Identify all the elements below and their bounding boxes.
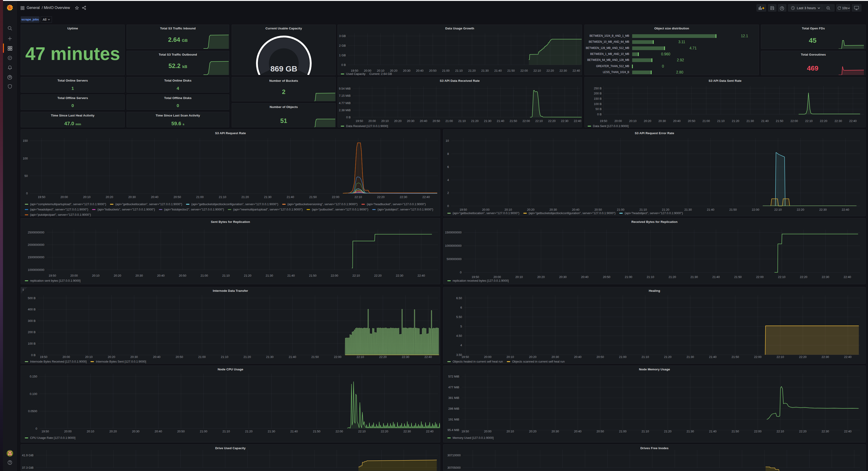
svg-text:21:50: 21:50 [509,119,517,123]
svg-text:21:00: 21:00 [703,119,710,123]
svg-text:21:20: 21:20 [662,208,670,211]
svg-text:21:50: 21:50 [732,355,739,359]
svg-text:3.50: 3.50 [456,353,462,357]
svg-text:20:40: 20:40 [155,430,162,433]
svg-text:50: 50 [25,174,28,178]
svg-text:21:20: 21:20 [245,430,253,433]
svg-text:20:30: 20:30 [135,274,143,277]
svg-text:21:30: 21:30 [266,355,274,359]
svg-text:20:40: 20:40 [574,355,582,359]
svg-text:21:00: 21:00 [619,355,627,359]
svg-text:20:30: 20:30 [128,195,136,199]
svg-text:0: 0 [26,192,28,195]
svg-text:21:00: 21:00 [619,430,627,433]
svg-text:3 GB: 3 GB [339,34,346,38]
svg-text:22:00: 22:00 [332,195,339,199]
svg-text:21:10: 21:10 [219,195,226,199]
svg-text:i: i [23,288,24,291]
svg-text:20:50: 20:50 [179,274,186,277]
svg-text:20:20: 20:20 [644,119,651,123]
svg-text:21:50: 21:50 [507,69,515,72]
svg-text:381 MiB: 381 MiB [448,396,459,400]
svg-text:0 B: 0 B [31,353,36,357]
svg-text:20:50: 20:50 [176,355,183,359]
svg-text:20:00: 20:00 [484,355,492,359]
svg-text:21:50: 21:50 [732,430,739,433]
svg-text:4: 4 [447,178,449,182]
svg-text:21:30: 21:30 [684,208,692,211]
svg-text:22:00: 22:00 [331,274,338,277]
svg-text:22:40: 22:40 [844,430,852,433]
svg-text:21:10: 21:10 [455,69,463,72]
svg-text:20:40: 20:40 [157,274,165,277]
svg-text:20:00: 20:00 [494,275,501,279]
svg-text:21:40: 21:40 [712,275,720,279]
svg-text:22:20: 22:20 [797,208,804,211]
svg-text:20:50: 20:50 [596,355,604,359]
svg-text:20:10: 20:10 [504,208,512,211]
svg-text:21:20: 21:20 [241,195,249,199]
svg-text:0.150: 0.150 [30,375,37,378]
svg-text:1000000000: 1000000000 [445,244,462,247]
svg-text:5: 5 [460,325,462,328]
svg-text:19:50: 19:50 [40,355,48,359]
svg-text:20:20: 20:20 [537,275,545,279]
svg-text:22:40: 22:40 [849,119,857,123]
svg-text:20:10: 20:10 [377,69,384,72]
svg-text:4.77 MiB: 4.77 MiB [339,101,351,105]
svg-text:21:20: 21:20 [664,355,672,359]
svg-text:20:50: 20:50 [603,275,611,279]
svg-text:22:10: 22:10 [356,355,364,359]
svg-text:200 B: 200 B [594,92,601,95]
svg-text:21:10: 21:10 [222,430,230,433]
svg-text:22:20: 22:20 [379,355,387,359]
svg-text:19:50: 19:50 [462,430,469,433]
svg-text:20:50: 20:50 [433,119,440,123]
svg-text:20:20: 20:20 [390,69,398,72]
svg-text:19:50: 19:50 [41,430,49,433]
svg-text:20:30: 20:30 [550,208,557,211]
svg-text:5.50: 5.50 [456,315,462,319]
svg-text:30705000: 30705000 [447,466,461,469]
svg-text:20:40: 20:40 [151,195,158,199]
svg-text:22:10: 22:10 [774,208,782,211]
svg-text:9.54 MiB: 9.54 MiB [339,87,351,90]
svg-text:400 B: 400 B [28,307,36,311]
svg-text:20:00: 20:00 [368,119,376,123]
svg-text:21:50: 21:50 [311,355,319,359]
svg-text:19:50: 19:50 [351,69,359,72]
svg-text:22:40: 22:40 [574,119,582,123]
svg-text:0.0500: 0.0500 [28,409,37,413]
svg-text:21:40: 21:40 [707,208,714,211]
svg-text:100 B: 100 B [28,342,36,345]
svg-text:20:10: 20:10 [381,119,389,123]
svg-text:21:30: 21:30 [481,69,489,72]
svg-text:20:00: 20:00 [60,195,68,199]
svg-text:22:00: 22:00 [334,355,341,359]
svg-text:21:20: 21:20 [669,275,676,279]
svg-text:19:50: 19:50 [472,275,479,279]
svg-text:191 MiB: 191 MiB [448,418,459,421]
svg-text:21:40: 21:40 [290,430,298,433]
svg-text:22:30: 22:30 [396,274,403,277]
svg-text:22:20: 22:20 [799,430,807,433]
svg-text:20:10: 20:10 [515,275,523,279]
svg-text:21:10: 21:10 [222,274,230,277]
svg-text:21:00: 21:00 [200,430,207,433]
svg-text:21:20: 21:20 [471,119,479,123]
svg-text:21:20: 21:20 [468,69,476,72]
svg-text:6: 6 [447,165,449,169]
svg-text:20:00: 20:00 [70,274,78,277]
svg-text:22:30: 22:30 [819,208,827,211]
svg-text:21:40: 21:40 [709,355,717,359]
svg-text:22:10: 22:10 [777,355,784,359]
svg-text:22:40: 22:40 [842,208,849,211]
svg-text:21:30: 21:30 [687,355,694,359]
svg-text:0 B: 0 B [346,116,351,119]
svg-text:21:50: 21:50 [309,274,317,277]
svg-text:20:40: 20:40 [416,69,424,72]
svg-text:20:20: 20:20 [114,274,121,277]
svg-text:20:10: 20:10 [85,355,93,359]
svg-text:19:50: 19:50 [38,195,45,199]
svg-text:21:20: 21:20 [664,430,672,433]
